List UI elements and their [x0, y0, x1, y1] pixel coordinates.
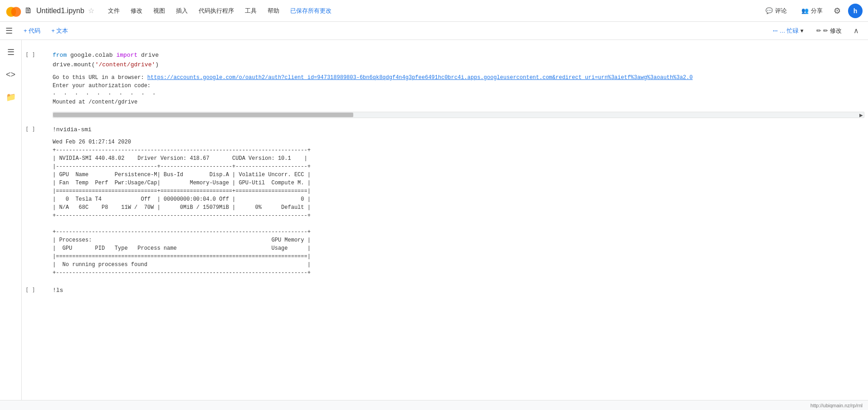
- notebook-area: [ ] from google.colab import drive drive…: [22, 40, 868, 410]
- doc-icon: 🗎: [24, 6, 33, 15]
- cell-2: [ ] !nvidia-smi Wed Feb 26 01:27:14 2020…: [22, 123, 868, 283]
- cell-1-bracket: [ ]: [25, 51, 53, 58]
- cell-1-output: Go to this URL in a browser: https://acc…: [53, 70, 864, 110]
- nvidia-smi-output: Wed Feb 26 01:27:14 2020 +--------------…: [53, 138, 370, 277]
- menu-view[interactable]: 视图: [149, 5, 170, 17]
- folder-icon[interactable]: 📁: [4, 90, 18, 104]
- menu-help[interactable]: 帮助: [263, 5, 284, 17]
- sidebar-toggle-icon[interactable]: ☰: [5, 26, 13, 36]
- colab-logo: [5, 4, 20, 18]
- menu-edit[interactable]: 修改: [126, 5, 147, 17]
- cell-3-bracket: [ ]: [25, 286, 53, 293]
- menu-tools[interactable]: 工具: [240, 5, 261, 17]
- cell-3-indicator: [ ]: [25, 287, 35, 293]
- saved-status: 已保存所有更改: [290, 7, 332, 15]
- secondary-toolbar: ☰ + 代码 + 文本 ··· … 忙碌 ▾ ✏ ✏ 修改 ∧: [0, 22, 868, 40]
- share-button[interactable]: 👥 分享: [798, 5, 826, 17]
- comment-icon: 💬: [766, 7, 773, 14]
- top-bar: 🗎 Untitled1.ipynb ☆ 文件 修改 视图 插入 代码执行程序 工…: [0, 0, 868, 22]
- cell-2-content[interactable]: !nvidia-smi Wed Feb 26 01:27:14 2020 +--…: [53, 125, 864, 281]
- cell-1-scrollbar[interactable]: ◀ ▶: [53, 112, 864, 118]
- cell-3-content[interactable]: !ls: [53, 286, 864, 296]
- cell-2-code[interactable]: !nvidia-smi: [53, 125, 864, 135]
- status-bar: http://ubiqmain.nz/rp/rnl: [0, 400, 868, 410]
- top-right-area: 💬 评论 👥 分享 ⚙ h: [762, 4, 863, 18]
- runtime-area: ··· … 忙碌 ▾ ✏ ✏ 修改 ∧: [768, 25, 863, 37]
- menu-file[interactable]: 文件: [103, 5, 124, 17]
- doc-title[interactable]: Untitled1.ipynb: [36, 7, 84, 15]
- cell-2-output: Wed Feb 26 01:27:14 2020 +--------------…: [53, 134, 864, 281]
- output-mounted: Mounted at /content/gdrive: [53, 98, 864, 106]
- comment-button[interactable]: 💬 评论: [762, 5, 790, 17]
- edit-button[interactable]: ✏ ✏ 修改: [812, 25, 846, 37]
- runtime-busy-button[interactable]: ··· … 忙碌 ▾: [768, 25, 808, 37]
- output-line-2: Enter your authorization code:: [53, 82, 864, 90]
- menu-bar: 文件 修改 视图 插入 代码执行程序 工具 帮助 已保存所有更改: [103, 5, 332, 17]
- cell-1-code[interactable]: from google.colab import drive drive.mou…: [53, 51, 864, 70]
- cell-3: [ ] !ls: [22, 284, 868, 297]
- collapse-icon[interactable]: ∧: [850, 25, 863, 37]
- output-dots: · · · · · · · · · ·: [53, 90, 864, 98]
- chevron-down-icon: ▾: [800, 27, 804, 34]
- cell-1-content[interactable]: from google.colab import drive drive.mou…: [53, 51, 864, 120]
- icon-sidebar: ☰ <> 📁: [0, 40, 22, 410]
- cell-2-bracket: [ ]: [25, 125, 53, 133]
- pencil-icon: ✏: [816, 27, 821, 34]
- add-text-button[interactable]: + 文本: [46, 25, 73, 37]
- cell-1: [ ] from google.colab import drive drive…: [22, 49, 868, 122]
- menu-runtime[interactable]: 代码执行程序: [194, 5, 239, 17]
- menu-insert[interactable]: 插入: [171, 5, 192, 17]
- cell-3-code[interactable]: !ls: [53, 286, 864, 296]
- svg-point-1: [11, 7, 21, 17]
- scroll-right-icon[interactable]: ▶: [859, 113, 863, 118]
- toc-icon[interactable]: ☰: [5, 45, 16, 59]
- output-line-1: Go to this URL in a browser: https://acc…: [53, 74, 864, 82]
- settings-icon[interactable]: ⚙: [834, 6, 841, 16]
- main-content: ☰ <> 📁 [ ] from google.colab import driv…: [0, 40, 868, 410]
- dots-icon: ···: [773, 27, 778, 34]
- star-icon[interactable]: ☆: [88, 6, 94, 15]
- code-icon[interactable]: <>: [4, 68, 17, 81]
- avatar[interactable]: h: [848, 4, 863, 18]
- doc-title-area: 🗎 Untitled1.ipynb ☆: [24, 6, 94, 15]
- cell-1-indicator: [ ]: [25, 52, 35, 58]
- scroll-thumb[interactable]: [53, 113, 353, 117]
- share-icon: 👥: [801, 7, 809, 14]
- add-code-button[interactable]: + 代码: [18, 25, 46, 37]
- status-right: http://ubiqmain.nz/rp/rnl: [810, 403, 863, 408]
- cell-2-indicator: [ ]: [25, 126, 35, 133]
